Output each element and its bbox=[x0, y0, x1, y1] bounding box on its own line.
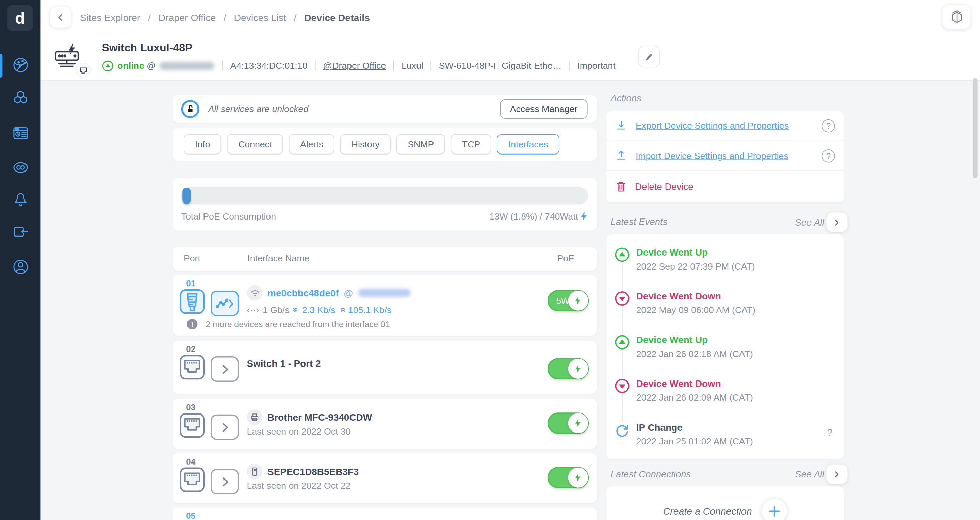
interface-usage-chart-button[interactable] bbox=[211, 291, 239, 316]
interface-details-button[interactable] bbox=[211, 469, 239, 495]
sidebar: d bbox=[0, 0, 40, 520]
back-button[interactable] bbox=[50, 7, 71, 27]
event-time: 2022 Jan 26 02:09 AM (CAT) bbox=[636, 393, 753, 402]
services-message: All services are unlocked bbox=[208, 104, 500, 114]
events-see-all-button[interactable] bbox=[826, 212, 847, 232]
latest-connections-heading: Latest Connections bbox=[611, 469, 691, 480]
breadcrumb-sites-explorer[interactable]: Sites Explorer bbox=[80, 13, 140, 23]
create-connection-button[interactable] bbox=[762, 499, 787, 520]
poe-toggle-port-01[interactable]: 5W bbox=[547, 290, 589, 311]
tab-history[interactable]: History bbox=[340, 134, 391, 154]
event-time: 2022 Jan 26 02:18 AM (CAT) bbox=[636, 349, 753, 359]
sidebar-item-network-explorer[interactable] bbox=[11, 56, 29, 73]
sidebar-item-account[interactable] bbox=[11, 258, 29, 276]
actions-card: Export Device Settings and Properties ? … bbox=[606, 111, 844, 202]
latest-events-heading: Latest Events bbox=[611, 216, 667, 227]
scrollbar-thumb[interactable] bbox=[972, 78, 978, 178]
services-card: All services are unlocked Access Manager bbox=[172, 95, 597, 122]
book-icon bbox=[948, 9, 965, 25]
interface-speeds: ‹··› 1 Gb/s » 2.3 Kb/s » 105.1 Kb/s bbox=[247, 304, 392, 315]
connections-see-all-button[interactable] bbox=[826, 464, 847, 484]
tab-info[interactable]: Info bbox=[184, 134, 221, 154]
lightning-icon bbox=[574, 296, 582, 305]
lightning-icon bbox=[580, 211, 588, 221]
breadcrumb-site[interactable]: Draper Office bbox=[158, 13, 216, 23]
bell-icon bbox=[11, 190, 29, 207]
breadcrumb-separator: / bbox=[224, 13, 226, 23]
divider bbox=[569, 60, 570, 70]
breadcrumb-separator: / bbox=[294, 13, 296, 23]
interface-name-line: SEPEC1D8B5EB3F3 bbox=[247, 464, 359, 480]
interface-name-line: Switch 1 - Port 2 bbox=[247, 358, 321, 369]
tab-interfaces[interactable]: Interfaces bbox=[497, 134, 559, 154]
interface-name-link[interactable]: me0cbbc48de0f bbox=[267, 288, 339, 298]
link-arrows-icon: ‹··› bbox=[247, 305, 259, 315]
col-poe: PoE bbox=[557, 253, 574, 263]
knowledge-base-button[interactable] bbox=[943, 5, 971, 29]
app-logo[interactable]: d bbox=[7, 5, 33, 31]
poe-knob bbox=[568, 413, 588, 433]
event-help[interactable]: ? bbox=[827, 427, 832, 437]
plus-icon bbox=[768, 504, 781, 518]
create-connection-label: Create a Connection bbox=[663, 506, 752, 517]
events-see-all[interactable]: See All bbox=[795, 217, 824, 227]
tab-connect[interactable]: Connect bbox=[227, 134, 283, 154]
printer-icon bbox=[247, 409, 263, 425]
up-event-icon bbox=[614, 334, 630, 350]
interfaces-table-header: Port Interface Name PoE bbox=[172, 247, 597, 271]
tab-alerts[interactable]: Alerts bbox=[289, 134, 334, 154]
divider bbox=[315, 60, 315, 70]
download-speed: 2.3 Kb/s bbox=[302, 305, 336, 315]
port-plug-icon bbox=[179, 289, 205, 317]
export-settings-action[interactable]: Export Device Settings and Properties ? bbox=[606, 111, 844, 141]
info-icon: ! bbox=[187, 319, 197, 329]
table-row-port-01: 01 bbox=[172, 275, 597, 336]
interface-details-button[interactable] bbox=[211, 415, 239, 440]
poe-summary-label: Total PoE Consumption bbox=[181, 211, 276, 221]
poe-toggle-port-04[interactable] bbox=[547, 467, 589, 488]
up-event-icon bbox=[614, 247, 630, 263]
divider bbox=[222, 60, 223, 70]
device-vendor: Luxul bbox=[401, 60, 423, 70]
interface-details-button[interactable] bbox=[211, 356, 239, 382]
breadcrumb-current: Device Details bbox=[304, 13, 370, 23]
edit-device-button[interactable] bbox=[638, 46, 660, 67]
divider bbox=[393, 60, 394, 70]
sidebar-item-share[interactable] bbox=[11, 224, 29, 241]
import-settings-action[interactable]: Import Device Settings and Properties ? bbox=[606, 141, 844, 171]
interface-name: Switch 1 - Port 2 bbox=[247, 358, 321, 369]
connections-see-all[interactable]: See All bbox=[795, 469, 824, 480]
device-model: SW-610-48P-F GigaBit Ethe… bbox=[439, 60, 562, 70]
breadcrumb-devices-list[interactable]: Devices List bbox=[234, 13, 286, 23]
upload-icon: » bbox=[337, 307, 347, 312]
latest-events-card: Device Went Up 2022 Sep 22 07:39 PM (CAT… bbox=[606, 234, 844, 460]
device-meta: online @ A4:13:34:DC:01:10 @Draper Offic… bbox=[102, 59, 615, 72]
site-link[interactable]: @Draper Office bbox=[323, 60, 386, 70]
tab-snmp[interactable]: SNMP bbox=[396, 134, 445, 154]
sidebar-item-alerts[interactable] bbox=[11, 190, 29, 207]
tab-tcp[interactable]: TCP bbox=[451, 134, 492, 154]
eye-infinity-icon bbox=[11, 159, 29, 176]
chevron-right-icon bbox=[220, 475, 230, 488]
access-manager-button[interactable]: Access Manager bbox=[500, 99, 587, 118]
sidebar-active-indicator bbox=[0, 54, 2, 78]
port-number: 01 bbox=[186, 279, 195, 288]
help-icon[interactable]: ? bbox=[822, 149, 835, 162]
unlock-icon bbox=[181, 100, 199, 118]
latest-connections-card: Create a Connection bbox=[606, 486, 844, 520]
device-type-icon bbox=[54, 43, 87, 75]
delete-device-action[interactable]: Delete Device bbox=[606, 171, 844, 201]
interface-note: ! 2 more devices are reached from the in… bbox=[187, 319, 390, 329]
help-icon[interactable]: ? bbox=[822, 119, 835, 132]
chevron-right-icon bbox=[220, 363, 230, 375]
poe-toggle-port-02[interactable] bbox=[547, 358, 589, 379]
event-title: Device Went Up bbox=[636, 334, 708, 345]
sidebar-item-apps[interactable] bbox=[11, 90, 29, 107]
device-mac: A4:13:34:DC:01:10 bbox=[231, 60, 308, 70]
sidebar-item-dashboard[interactable] bbox=[11, 124, 29, 142]
chevron-right-icon bbox=[220, 421, 230, 434]
divider bbox=[431, 60, 431, 70]
sidebar-item-monitoring[interactable] bbox=[11, 159, 29, 176]
poe-toggle-port-03[interactable] bbox=[547, 412, 589, 434]
interface-name: SEPEC1D8B5EB3F3 bbox=[267, 466, 359, 477]
